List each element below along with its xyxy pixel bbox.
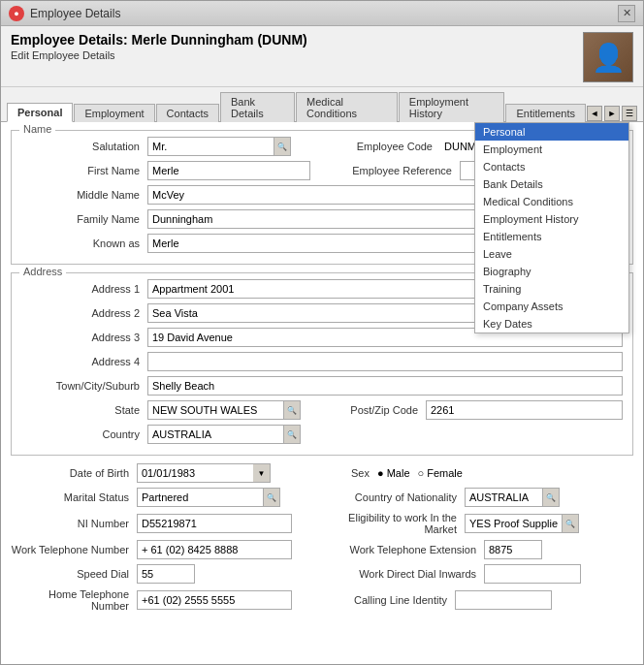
eligibility-input-group: 🔍 bbox=[465, 514, 579, 533]
dropdown-item-entitlements[interactable]: Entitlements bbox=[475, 228, 628, 245]
tab-navigation: ◄ ► ☰ bbox=[587, 106, 637, 121]
dropdown-item-contacts[interactable]: Contacts bbox=[475, 158, 628, 175]
dropdown-menu: Personal Employment Contacts Bank Detail… bbox=[474, 122, 629, 333]
sex-female-radio[interactable]: ○ Female bbox=[418, 467, 463, 479]
header-title: Employee Details: Merle Dunningham (DUNM… bbox=[11, 32, 307, 48]
nationality-input[interactable] bbox=[465, 488, 542, 507]
tab-medical-conditions[interactable]: Medical Conditions bbox=[296, 92, 398, 122]
town-label: Town/City/Suburb bbox=[21, 380, 147, 392]
nationality-input-group: 🔍 bbox=[465, 488, 560, 507]
address4-input[interactable] bbox=[147, 352, 623, 371]
close-button[interactable]: ✕ bbox=[618, 5, 635, 22]
address4-row: Address 4 bbox=[21, 352, 623, 371]
marital-row: Marital Status 🔍 Country of Nationality … bbox=[11, 488, 633, 507]
speed-label: Speed Dial bbox=[11, 568, 137, 580]
country-label: Country bbox=[21, 428, 147, 440]
header-subtitle: Edit Employee Details bbox=[11, 49, 307, 61]
firstname-input[interactable] bbox=[147, 161, 310, 180]
calling-input[interactable] bbox=[455, 590, 552, 610]
firstname-label: First Name bbox=[21, 165, 147, 176]
dropdown-item-biography[interactable]: Biography bbox=[475, 263, 628, 280]
tab-employment[interactable]: Employment bbox=[74, 104, 154, 122]
tab-nav-left[interactable]: ◄ bbox=[587, 106, 602, 121]
country-lookup-btn[interactable]: 🔍 bbox=[283, 425, 301, 444]
state-label: State bbox=[21, 404, 147, 416]
avatar: 👤 bbox=[583, 32, 633, 82]
home-tel-row: Home Telephone Number Calling Line Ident… bbox=[11, 588, 633, 612]
ni-input[interactable] bbox=[137, 514, 292, 533]
employee-ref-label: Employee Reference bbox=[334, 165, 460, 176]
postzip-label: Post/Zip Code bbox=[329, 404, 426, 416]
familyname-label: Family Name bbox=[21, 213, 147, 225]
dropdown-item-bank-details[interactable]: Bank Details bbox=[475, 175, 628, 193]
dropdown-item-employment-history[interactable]: Employment History bbox=[475, 210, 628, 228]
tab-bank-details[interactable]: Bank Details bbox=[220, 92, 295, 122]
tab-nav-list[interactable]: ☰ bbox=[622, 106, 637, 121]
dob-input[interactable] bbox=[137, 463, 253, 483]
eligibility-lookup-btn[interactable]: 🔍 bbox=[562, 514, 579, 533]
address-section-label: Address bbox=[19, 266, 66, 277]
marital-input-group: 🔍 bbox=[137, 488, 280, 507]
work-tel-ext-input[interactable] bbox=[484, 540, 542, 559]
state-input[interactable] bbox=[147, 400, 283, 420]
work-tel-input[interactable] bbox=[137, 540, 292, 559]
eligibility-input[interactable] bbox=[465, 514, 562, 533]
state-lookup-btn[interactable]: 🔍 bbox=[283, 400, 301, 420]
dropdown-item-training[interactable]: Training bbox=[475, 280, 628, 298]
state-input-group: 🔍 bbox=[147, 400, 301, 420]
tab-personal[interactable]: Personal bbox=[7, 103, 73, 122]
employee-code-label: Employee Code bbox=[334, 141, 440, 152]
header-info: Employee Details: Merle Dunningham (DUNM… bbox=[11, 32, 307, 61]
eligibility-label: Eligibility to work In the Market bbox=[329, 512, 465, 535]
marital-input[interactable] bbox=[137, 488, 263, 507]
name-section-label: Name bbox=[19, 123, 55, 135]
marital-label: Marital Status bbox=[11, 491, 137, 503]
dropdown-item-company-assets[interactable]: Company Assets bbox=[475, 298, 628, 315]
country-input[interactable] bbox=[147, 425, 283, 444]
salutation-label: Salutation bbox=[21, 141, 147, 152]
dropdown-item-medical-conditions[interactable]: Medical Conditions bbox=[475, 193, 628, 210]
salutation-input-group: 🔍 bbox=[147, 137, 291, 156]
address3-label: Address 3 bbox=[21, 332, 147, 343]
sex-male-radio[interactable]: ● Male bbox=[377, 467, 410, 479]
town-row: Town/City/Suburb bbox=[21, 376, 623, 396]
nationality-label: Country of Nationality bbox=[329, 491, 465, 503]
content-area: Personal Employment Contacts Bank Detail… bbox=[1, 122, 643, 664]
dropdown-item-employment[interactable]: Employment bbox=[475, 141, 628, 158]
town-input[interactable] bbox=[147, 376, 623, 396]
middlename-label: Middle Name bbox=[21, 189, 147, 201]
speed-input[interactable] bbox=[137, 564, 195, 584]
tab-entitlements[interactable]: Entitlements bbox=[505, 104, 586, 122]
tabs-row: Personal Employment Contacts Bank Detail… bbox=[1, 87, 643, 122]
tab-nav-right[interactable]: ► bbox=[604, 106, 620, 121]
nationality-lookup-btn[interactable]: 🔍 bbox=[542, 488, 560, 507]
ni-row: NI Number Eligibility to work In the Mar… bbox=[11, 512, 633, 535]
tab-contacts[interactable]: Contacts bbox=[156, 104, 219, 122]
postzip-input[interactable] bbox=[426, 400, 623, 420]
ni-label: NI Number bbox=[11, 518, 137, 529]
avatar-image: 👤 bbox=[584, 33, 632, 81]
dob-dropdown-btn[interactable]: ▼ bbox=[253, 463, 271, 483]
radio-female-indicator: ○ bbox=[418, 467, 425, 479]
work-direct-input[interactable] bbox=[484, 564, 581, 584]
other-section: Date of Birth ▼ Sex ● Male ○ bbox=[11, 463, 633, 612]
salutation-input[interactable] bbox=[147, 137, 274, 156]
marital-lookup-btn[interactable]: 🔍 bbox=[263, 488, 280, 507]
sex-label: Sex bbox=[329, 467, 377, 479]
address4-label: Address 4 bbox=[21, 356, 147, 367]
salutation-lookup-btn[interactable]: 🔍 bbox=[274, 137, 291, 156]
sex-radio-group: ● Male ○ Female bbox=[377, 467, 463, 479]
tab-employment-history[interactable]: Employment History bbox=[399, 92, 505, 122]
home-tel-input[interactable] bbox=[137, 590, 292, 610]
work-tel-label: Work Telephone Number bbox=[11, 544, 137, 555]
country-input-group: 🔍 bbox=[147, 425, 301, 444]
dropdown-item-personal[interactable]: Personal bbox=[475, 123, 628, 141]
speed-row: Speed Dial Work Direct Dial Inwards bbox=[11, 564, 633, 584]
window-title: Employee Details bbox=[30, 7, 120, 20]
dropdown-item-key-dates[interactable]: Key Dates bbox=[475, 315, 628, 332]
radio-male-indicator: ● bbox=[377, 467, 384, 479]
address2-label: Address 2 bbox=[21, 307, 147, 319]
address1-label: Address 1 bbox=[21, 283, 147, 295]
app-icon: ● bbox=[9, 6, 24, 21]
dropdown-item-leave[interactable]: Leave bbox=[475, 245, 628, 263]
